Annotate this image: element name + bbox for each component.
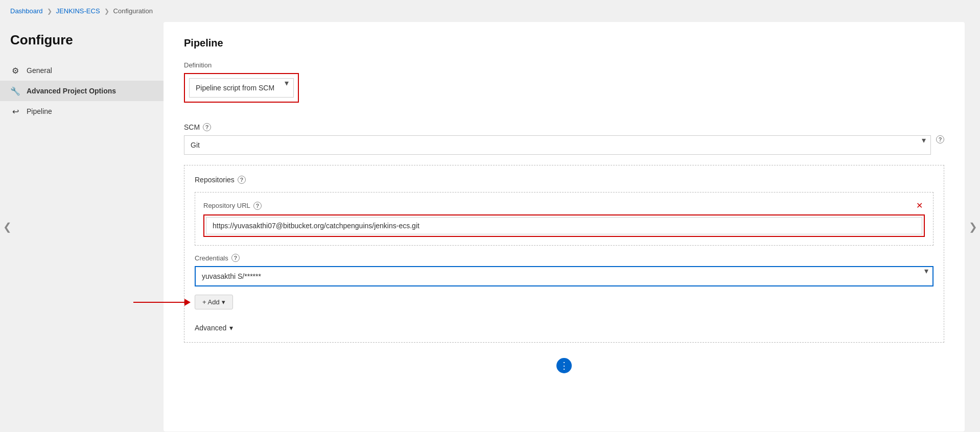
credentials-select-wrapper: - none - yuvasakthi S/****** ▾ [195, 266, 934, 286]
sidebar: Configure ⚙ General 🔧 Advanced Project O… [0, 22, 164, 431]
advanced-toggle-button[interactable]: Advanced ▾ [195, 324, 233, 332]
scm-select-wrapper: None Git ▾ [184, 135, 931, 155]
sidebar-item-advanced-project-options[interactable]: 🔧 Advanced Project Options [0, 81, 164, 101]
credentials-label-row: Credentials ? [195, 254, 934, 262]
credentials-select[interactable]: - none - yuvasakthi S/****** [195, 266, 934, 286]
scm-select[interactable]: None Git [184, 135, 931, 155]
repo-url-label-text: Repository URL [203, 202, 250, 209]
breadcrumb-jenkins-ecs[interactable]: JENKINS-ECS [56, 7, 100, 15]
breadcrumb-dashboard[interactable]: Dashboard [10, 7, 43, 15]
breadcrumb-sep-2: ❯ [104, 8, 109, 15]
bottom-circle: ⋮ [556, 358, 572, 373]
content-title: Pipeline [184, 37, 944, 49]
repo-url-input-box [203, 214, 925, 237]
repositories-section: Repositories ? Repository URL ? ✕ [184, 165, 944, 343]
repo-close-button[interactable]: ✕ [914, 201, 925, 210]
advanced-toggle-label: Advanced [195, 324, 226, 332]
credentials-label: Credentials [195, 254, 228, 262]
arrow-annotation [133, 299, 191, 306]
credentials-section: Credentials ? - none - yuvasakthi S/****… [195, 254, 934, 286]
breadcrumb: Dashboard ❯ JENKINS-ECS ❯ Configuration [0, 0, 980, 22]
scm-extra-help-icon[interactable]: ? [936, 135, 944, 143]
nav-arrow-right[interactable]: ❯ [966, 217, 980, 237]
repo-url-label-row: Repository URL ? [203, 202, 262, 210]
arrow-head [184, 299, 191, 306]
arrow-line [133, 302, 184, 303]
repositories-label-row: Repositories ? [195, 176, 934, 184]
add-button-row: + Add ▾ [195, 295, 934, 309]
content-area: Pipeline Definition Pipeline script Pipe… [164, 22, 965, 431]
scm-label-row: SCM ? [184, 123, 944, 131]
sidebar-item-pipeline[interactable]: ↩ Pipeline [0, 101, 164, 122]
definition-select[interactable]: Pipeline script Pipeline script from SCM [189, 78, 294, 98]
main-container: ❮ Configure ⚙ General 🔧 Advanced Project… [0, 22, 980, 431]
repo-url-input[interactable] [206, 217, 922, 234]
repo-url-help-icon[interactable]: ? [253, 202, 262, 210]
advanced-section: Advanced ▾ [195, 318, 934, 332]
sidebar-item-general-label: General [27, 66, 52, 75]
breadcrumb-configuration: Configuration [113, 7, 153, 15]
advanced-toggle-icon: ▾ [229, 324, 233, 332]
sidebar-item-pipeline-label: Pipeline [27, 107, 52, 115]
repositories-help-icon[interactable]: ? [238, 176, 246, 184]
sidebar-item-general[interactable]: ⚙ General [0, 60, 164, 81]
repositories-label: Repositories [195, 176, 235, 184]
sidebar-title: Configure [0, 32, 164, 60]
nav-arrow-left[interactable]: ❮ [0, 217, 14, 237]
add-button-label: + Add [202, 298, 220, 306]
repository-url-section: Repository URL ? ✕ [195, 192, 934, 246]
definition-highlight-box: Pipeline script Pipeline script from SCM… [184, 73, 299, 103]
gear-icon: ⚙ [10, 65, 20, 76]
add-button-dropdown-icon: ▾ [222, 298, 225, 306]
bottom-circle-icon: ⋮ [559, 360, 569, 371]
credentials-row: - none - yuvasakthi S/****** ▾ [195, 266, 934, 286]
wrench-icon: 🔧 [10, 86, 20, 96]
definition-select-wrapper: Pipeline script Pipeline script from SCM… [189, 78, 294, 98]
definition-section: Definition Pipeline script Pipeline scri… [184, 61, 944, 113]
scm-help-icon[interactable]: ? [203, 123, 211, 131]
scm-label: SCM [184, 123, 200, 131]
add-button[interactable]: + Add ▾ [195, 295, 233, 309]
definition-label: Definition [184, 61, 944, 69]
breadcrumb-sep-1: ❯ [47, 8, 52, 15]
credentials-help-icon[interactable]: ? [231, 254, 240, 262]
sidebar-item-advanced-label: Advanced Project Options [27, 87, 116, 95]
repo-url-header: Repository URL ? ✕ [203, 201, 925, 210]
pipeline-icon: ↩ [10, 106, 20, 116]
scm-section: SCM ? None Git ▾ ? [184, 123, 944, 155]
scm-row: None Git ▾ ? [184, 135, 944, 155]
